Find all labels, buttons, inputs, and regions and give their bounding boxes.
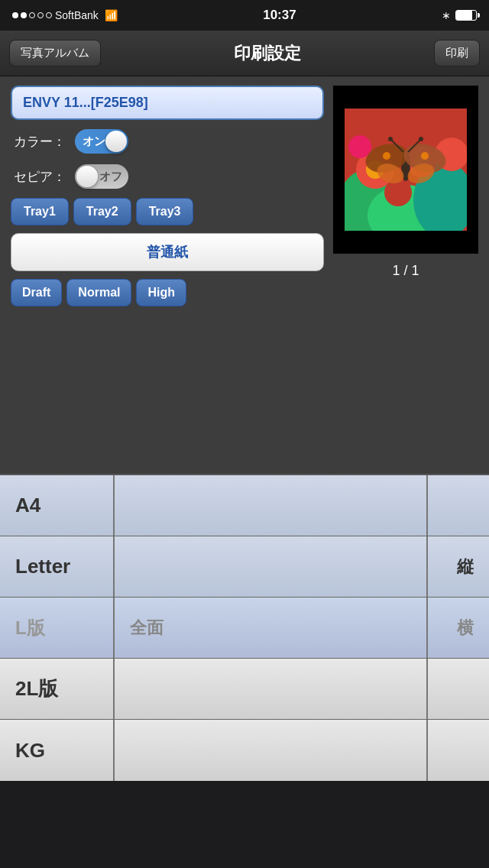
wifi-icon: 📶	[105, 9, 118, 21]
picker-cell-2l-col2	[115, 659, 428, 719]
picker-cell-letter-col1: Letter	[0, 536, 115, 597]
picker-cell-l-col3: 横	[428, 598, 489, 658]
color-toggle-row: カラー： オン	[11, 128, 324, 155]
carrier-label: SoftBank	[55, 9, 99, 21]
bluetooth-icon: ∗	[442, 9, 451, 21]
signal-dot-4	[37, 12, 44, 18]
sepia-label: セピア：	[14, 168, 67, 186]
signal-dots	[12, 12, 52, 18]
settings-inner: ENVY 11...[F25E98] カラー： オン セピア： オフ	[11, 86, 478, 306]
svg-point-21	[419, 137, 423, 141]
svg-point-20	[388, 137, 393, 141]
tray3-button[interactable]: Tray3	[136, 198, 194, 225]
preview-top-bar	[333, 86, 478, 108]
tray1-button[interactable]: Tray1	[11, 198, 69, 225]
picker-cell-letter-col2	[115, 536, 428, 597]
picker-cell-a4-col2	[115, 475, 428, 536]
picker-row-l[interactable]: L版 全面 横	[0, 598, 489, 659]
back-button[interactable]: 写真アルバム	[9, 40, 101, 66]
color-label: カラー：	[14, 133, 67, 151]
quality-buttons: Draft Normal High	[11, 279, 324, 306]
svg-point-17	[421, 152, 429, 160]
picker-cell-a4-col3	[428, 475, 489, 536]
sepia-toggle-row: セピア： オフ	[11, 163, 324, 190]
signal-dot-3	[29, 12, 35, 18]
picker-cell-letter-col3: 縦	[428, 536, 489, 597]
color-toggle-knob	[105, 131, 127, 152]
quality-normal-button[interactable]: Normal	[66, 279, 131, 306]
color-toggle[interactable]: オン	[75, 129, 128, 154]
preview-container	[333, 86, 478, 254]
sepia-toggle[interactable]: オフ	[75, 164, 128, 189]
battery-icon	[455, 10, 477, 21]
picker-cell-l-col1: L版	[0, 598, 115, 658]
picker-cell-2l-col3	[428, 659, 489, 719]
status-right: ∗	[442, 9, 477, 21]
svg-point-8	[384, 179, 412, 206]
picker-cell-kg-col1: KG	[0, 720, 115, 781]
svg-point-16	[383, 152, 390, 160]
tray-buttons: Tray1 Tray2 Tray3	[11, 198, 324, 225]
print-button[interactable]: 印刷	[434, 40, 480, 66]
picker-cell-kg-col3	[428, 720, 489, 781]
settings-left: ENVY 11...[F25E98] カラー： オン セピア： オフ	[11, 86, 324, 306]
quality-draft-button[interactable]: Draft	[11, 279, 62, 306]
picker-cell-2l-col1: 2L版	[0, 659, 115, 719]
status-time: 10:37	[263, 8, 296, 23]
page-counter: 1 / 1	[392, 263, 419, 279]
quality-high-button[interactable]: High	[136, 279, 186, 306]
signal-dot-2	[21, 12, 27, 18]
picker-cell-kg-col2	[115, 720, 428, 781]
preview-image	[345, 108, 467, 231]
picker-cell-l-col2: 全面	[115, 598, 428, 658]
printer-selector[interactable]: ENVY 11...[F25E98]	[11, 86, 324, 120]
picker-row-kg[interactable]: KG	[0, 720, 489, 781]
preview-bottom-bar	[333, 231, 478, 254]
picker-row-2l[interactable]: 2L版	[0, 659, 489, 720]
status-left: SoftBank 📶	[12, 9, 118, 21]
signal-dot-5	[46, 12, 52, 18]
picker-cell-a4-col1: A4	[0, 475, 115, 536]
nav-bar: 写真アルバム 印刷設定 印刷	[0, 31, 489, 76]
paper-type-button[interactable]: 普通紙	[11, 233, 324, 271]
color-toggle-label: オン	[83, 134, 105, 149]
sepia-toggle-label: オフ	[99, 170, 122, 184]
picker-row-a4[interactable]: A4	[0, 475, 489, 536]
preview-svg	[345, 108, 467, 231]
nav-title: 印刷設定	[234, 42, 301, 65]
picker-area[interactable]: A4 Letter 縦 L版 全面 横 2L版 KG	[0, 474, 489, 781]
signal-dot-1	[12, 12, 18, 18]
preview-area: 1 / 1	[333, 86, 478, 306]
sepia-toggle-knob	[76, 166, 98, 187]
picker-row-letter[interactable]: Letter 縦	[0, 536, 489, 598]
status-bar: SoftBank 📶 10:37 ∗	[0, 0, 489, 31]
battery-fill	[456, 11, 472, 20]
settings-area: ENVY 11...[F25E98] カラー： オン セピア： オフ	[0, 76, 489, 474]
printer-name: ENVY 11...[F25E98]	[23, 95, 148, 110]
tray2-button[interactable]: Tray2	[73, 198, 131, 225]
